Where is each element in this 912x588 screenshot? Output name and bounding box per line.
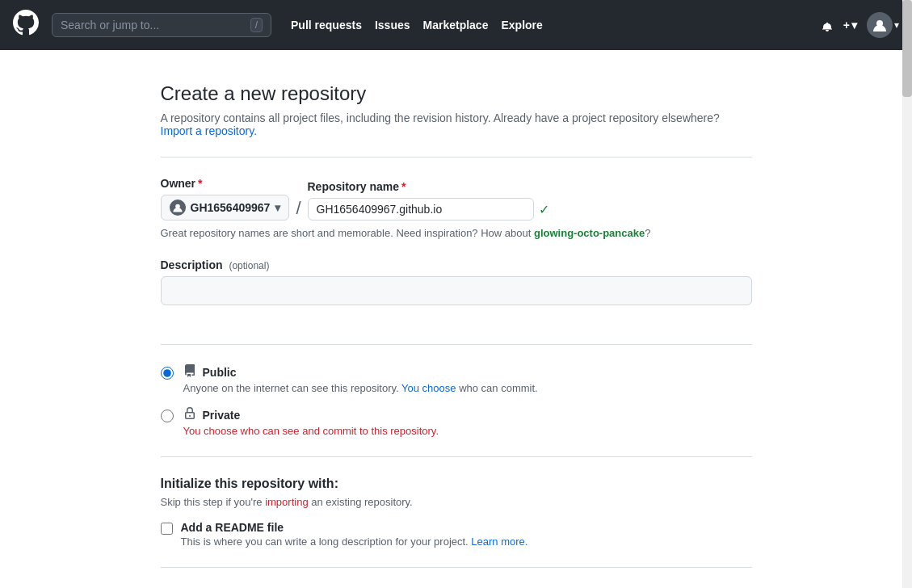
nav-pull-requests[interactable]: Pull requests xyxy=(291,19,362,32)
repo-name-input-wrapper: ✓ xyxy=(308,198,549,220)
nav-explore[interactable]: Explore xyxy=(501,19,542,32)
owner-field-group: Owner* GH1656409967 ▾ xyxy=(161,177,290,220)
owner-required-marker: * xyxy=(198,177,202,190)
private-option: Private You choose who can see and commi… xyxy=(161,407,752,437)
scrollbar-track[interactable] xyxy=(902,0,912,588)
visibility-divider xyxy=(161,344,752,345)
readme-option: Add a README file This is where you can … xyxy=(161,521,752,548)
navbar: / Pull requests Issues Marketplace Explo… xyxy=(0,0,912,50)
importing-link[interactable]: importing xyxy=(265,496,308,508)
notifications-button[interactable] xyxy=(821,19,834,32)
description-optional-label: (optional) xyxy=(229,260,269,271)
description-label: Description (optional) xyxy=(161,258,752,271)
github-logo[interactable] xyxy=(13,10,39,40)
owner-caret-icon: ▾ xyxy=(275,201,280,214)
repo-name-check-icon: ✓ xyxy=(539,202,549,217)
owner-value: GH1656409967 xyxy=(191,201,271,214)
public-radio-label[interactable]: Public xyxy=(203,366,237,379)
readme-checkbox-content: Add a README file This is where you can … xyxy=(181,521,528,548)
readme-checkbox[interactable] xyxy=(161,523,173,535)
private-radio-label[interactable]: Private xyxy=(203,409,241,422)
initialize-divider xyxy=(161,456,752,457)
owner-dropdown[interactable]: GH1656409967 ▾ xyxy=(161,195,290,220)
search-shortcut: / xyxy=(250,18,263,32)
public-repo-icon xyxy=(183,364,196,380)
public-who-link[interactable]: You choose xyxy=(401,382,456,394)
form-container: Create a new repository A repository con… xyxy=(141,82,771,588)
private-radio-header: Private xyxy=(183,407,439,423)
initialize-subtitle: Skip this step if you're importing an ex… xyxy=(161,496,752,508)
navbar-right: + ▾ ▾ xyxy=(821,12,899,38)
slash-separator: / xyxy=(289,198,307,219)
description-field-group: Description (optional) xyxy=(161,258,752,325)
import-repository-link[interactable]: Import a repository. xyxy=(161,124,258,137)
plus-caret-icon: ▾ xyxy=(851,19,857,32)
search-input[interactable] xyxy=(61,19,244,32)
page-subtitle: A repository contains all project files,… xyxy=(161,111,752,137)
search-bar[interactable]: / xyxy=(52,13,271,37)
public-option: Public Anyone on the internet can see th… xyxy=(161,364,752,394)
private-radio-content: Private You choose who can see and commi… xyxy=(183,407,439,437)
public-radio[interactable] xyxy=(161,367,174,380)
initialize-section: Initialize this repository with: Skip th… xyxy=(161,477,752,548)
readme-learn-more-link[interactable]: Learn more. xyxy=(471,536,527,548)
header-divider xyxy=(161,157,752,158)
repo-name-field-group: Repository name* ✓ xyxy=(308,180,549,220)
navbar-links: Pull requests Issues Marketplace Explore xyxy=(291,19,543,32)
readme-label[interactable]: Add a README file xyxy=(181,521,528,534)
user-menu-button[interactable]: ▾ xyxy=(867,12,899,38)
plus-icon: + xyxy=(843,19,850,32)
owner-avatar xyxy=(170,200,186,216)
owner-label: Owner* xyxy=(161,177,290,190)
owner-repo-row: Owner* GH1656409967 ▾ / Repository xyxy=(161,177,752,220)
private-radio-description: You choose who can see and commit to thi… xyxy=(183,425,439,437)
private-radio[interactable] xyxy=(161,410,174,422)
scrollbar-thumb[interactable] xyxy=(902,0,912,97)
initialize-title: Initialize this repository with: xyxy=(161,477,752,491)
main-content: Create a new repository A repository con… xyxy=(0,50,912,588)
repo-name-hint: Great repository names are short and mem… xyxy=(161,227,752,239)
public-radio-header: Public xyxy=(183,364,538,380)
private-lock-icon xyxy=(183,407,196,423)
gitignore-divider xyxy=(161,567,752,568)
public-radio-content: Public Anyone on the internet can see th… xyxy=(183,364,538,394)
description-input[interactable] xyxy=(161,276,752,305)
page-title: Create a new repository xyxy=(161,82,752,105)
nav-marketplace[interactable]: Marketplace xyxy=(423,19,489,32)
public-radio-description: Anyone on the internet can see this repo… xyxy=(183,382,538,394)
readme-description: This is where you can write a long descr… xyxy=(181,536,528,548)
avatar xyxy=(867,12,893,38)
repo-name-label: Repository name* xyxy=(308,180,549,193)
repo-suggestion-link[interactable]: glowing-octo-pancake xyxy=(534,227,645,239)
create-new-button[interactable]: + ▾ xyxy=(843,19,857,32)
repo-required-marker: * xyxy=(401,180,406,193)
nav-issues[interactable]: Issues xyxy=(375,19,410,32)
repo-name-input[interactable] xyxy=(308,198,534,220)
user-caret-icon: ▾ xyxy=(894,19,899,31)
